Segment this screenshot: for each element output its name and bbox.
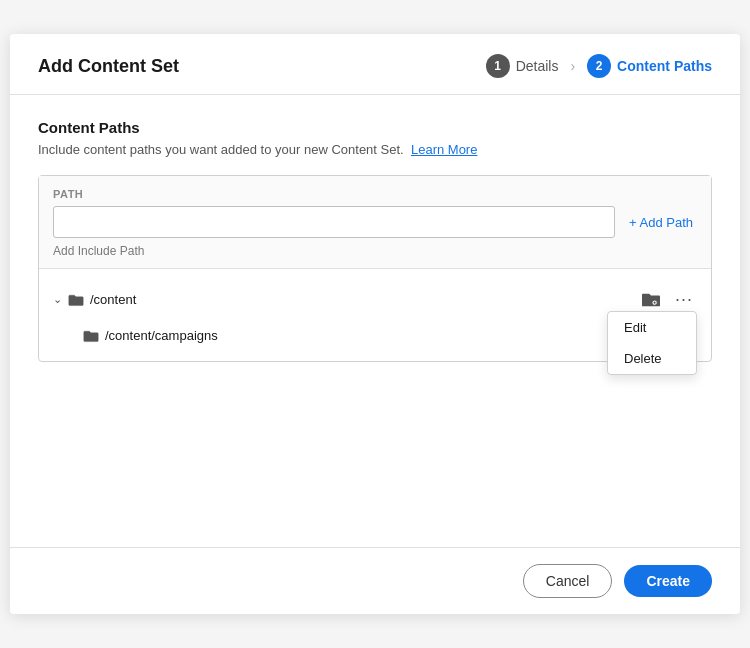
child-folder-icon — [83, 329, 99, 343]
path-panel: PATH + Add Path Add Include Path ⌄ — [38, 175, 712, 362]
modal-header: Add Content Set 1 Details › 2 Content Pa… — [10, 34, 740, 95]
add-path-button[interactable]: + Add Path — [625, 215, 697, 230]
child-path-name: /content/campaigns — [105, 328, 633, 343]
tree-area: ⌄ /content — [39, 269, 711, 361]
tree-row-root: ⌄ /content — [39, 279, 711, 320]
context-menu-delete[interactable]: Delete — [608, 343, 696, 374]
step-1: 1 Details — [486, 54, 559, 78]
section-desc: Include content paths you want added to … — [38, 142, 712, 157]
svg-point-1 — [654, 301, 656, 303]
section-title: Content Paths — [38, 119, 712, 136]
path-label: PATH — [53, 188, 697, 200]
more-options-button[interactable]: ··· — [671, 287, 697, 312]
folder-icon — [68, 293, 84, 307]
modal-footer: Cancel Create — [10, 547, 740, 614]
folder-gear-button[interactable] — [637, 289, 665, 311]
section-desc-text: Include content paths you want added to … — [38, 142, 404, 157]
add-include-label: Add Include Path — [53, 238, 697, 268]
context-menu-edit[interactable]: Edit — [608, 312, 696, 343]
path-input-row: PATH + Add Path Add Include Path — [39, 176, 711, 269]
context-menu: Edit Delete — [607, 311, 697, 375]
learn-more-link[interactable]: Learn More — [411, 142, 477, 157]
create-button[interactable]: Create — [624, 565, 712, 597]
step-2: 2 Content Paths — [587, 54, 712, 78]
root-path-name: /content — [90, 292, 637, 307]
step-1-label: Details — [516, 58, 559, 74]
add-content-set-modal: Add Content Set 1 Details › 2 Content Pa… — [10, 34, 740, 614]
step-1-circle: 1 — [486, 54, 510, 78]
step-2-circle: 2 — [587, 54, 611, 78]
modal-title: Add Content Set — [38, 56, 179, 77]
cancel-button[interactable]: Cancel — [523, 564, 613, 598]
modal-body: Content Paths Include content paths you … — [10, 95, 740, 547]
path-input[interactable] — [53, 206, 615, 238]
step-arrow: › — [570, 58, 575, 74]
chevron-icon[interactable]: ⌄ — [53, 293, 62, 306]
root-actions: ··· — [637, 287, 697, 312]
stepper: 1 Details › 2 Content Paths — [486, 54, 712, 78]
path-input-line: + Add Path — [53, 206, 697, 238]
step-2-label: Content Paths — [617, 58, 712, 74]
